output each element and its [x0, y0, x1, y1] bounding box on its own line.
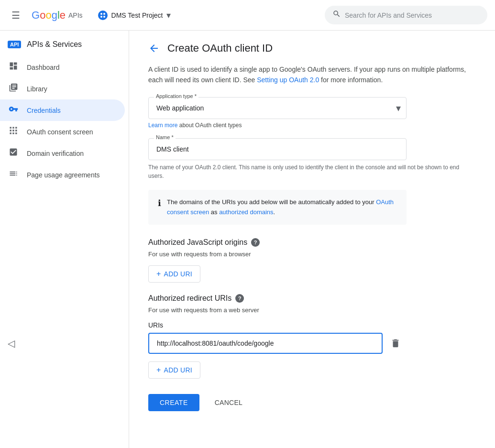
- sidebar-header: API APIs & Services: [0, 34, 129, 56]
- plus-icon: +: [156, 270, 161, 278]
- name-input-wrapper: Name *: [148, 138, 407, 160]
- delete-uri-button[interactable]: [386, 334, 405, 352]
- content-area: Create OAuth client ID A client ID is us…: [129, 31, 495, 448]
- sidebar-item-dashboard[interactable]: Dashboard: [0, 56, 125, 78]
- search-icon: [332, 10, 341, 21]
- action-buttons: CREATE CANCEL: [148, 394, 476, 411]
- authorized-domains-link[interactable]: authorized domains: [219, 208, 273, 216]
- oauth-icon: [8, 126, 19, 138]
- chevron-down-icon: ▾: [166, 10, 171, 21]
- sidebar-title: APIs & Services: [27, 40, 82, 49]
- name-field: Name * The name of your OAuth 2.0 client…: [148, 138, 476, 180]
- redirect-uris-desc: For use with requests from a web server: [148, 306, 476, 314]
- google-logo-o1: o: [40, 9, 45, 21]
- sidebar-item-library[interactable]: Library: [0, 78, 125, 99]
- search-bar[interactable]: Search for APIs and Services: [325, 6, 487, 24]
- google-logo-g: G: [32, 9, 40, 21]
- sidebar-item-label: Dashboard: [27, 64, 60, 71]
- uri-input-row: [148, 333, 476, 354]
- credentials-icon: [8, 104, 19, 116]
- uris-section: URIs: [148, 321, 476, 354]
- add-uri-label: ADD URI: [164, 270, 192, 278]
- redirect-uris-help-icon[interactable]: ?: [235, 294, 244, 303]
- apis-label: APIs: [68, 11, 83, 19]
- add-uri-label: ADD URI: [164, 366, 192, 374]
- sidebar-item-label: Page usage agreements: [27, 171, 100, 179]
- sidebar-item-label: Library: [27, 85, 47, 93]
- svg-point-2: [100, 16, 102, 18]
- page-description: A client ID is used to identify a single…: [148, 64, 476, 86]
- sidebar-collapse-icon[interactable]: ◁: [8, 338, 15, 349]
- sidebar-item-label: Domain verification: [27, 150, 84, 157]
- info-icon: ℹ: [158, 198, 161, 208]
- logo: Google APIs: [32, 9, 83, 22]
- main-layout: API APIs & Services Dashboard Library Cr…: [0, 31, 495, 448]
- js-origins-title: Authorized JavaScript origins: [148, 238, 247, 247]
- project-avatar: [98, 11, 108, 20]
- app-type-select-wrapper: Application type * Web application ▾: [148, 97, 407, 119]
- page-title: Create OAuth client ID: [167, 42, 273, 55]
- setup-oauth-link[interactable]: Setting up OAuth 2.0: [257, 76, 319, 84]
- info-box: ℹ The domains of the URIs you add below …: [148, 190, 407, 225]
- redirect-uris-title: Authorized redirect URIs: [148, 294, 231, 303]
- sidebar-item-label: OAuth consent screen: [27, 128, 93, 136]
- sidebar-item-label: Credentials: [27, 107, 61, 114]
- search-placeholder: Search for APIs and Services: [345, 11, 432, 19]
- name-input[interactable]: [148, 138, 407, 160]
- google-logo-o2: o: [45, 9, 51, 21]
- domain-icon: [8, 147, 19, 159]
- js-origins-help-icon[interactable]: ?: [251, 238, 260, 247]
- sidebar: API APIs & Services Dashboard Library Cr…: [0, 31, 129, 448]
- cancel-button[interactable]: CANCEL: [207, 394, 250, 411]
- uri-input[interactable]: [148, 333, 383, 354]
- library-icon: [8, 83, 19, 95]
- topbar: ☰ Google APIs DMS Test Project ▾ Search …: [0, 0, 495, 31]
- google-logo-g2: g: [52, 9, 57, 21]
- redirect-uris-header: Authorized redirect URIs ?: [148, 294, 476, 303]
- js-origins-desc: For use with requests from a browser: [148, 251, 476, 258]
- svg-point-0: [100, 13, 102, 15]
- menu-icon[interactable]: ☰: [8, 6, 24, 25]
- project-name: DMS Test Project: [111, 11, 163, 19]
- info-text: The domains of the URIs you add below wi…: [167, 197, 397, 218]
- app-type-select[interactable]: Web application: [148, 97, 407, 119]
- sidebar-item-page-usage[interactable]: Page usage agreements: [0, 164, 125, 186]
- learn-more-link[interactable]: Learn more: [148, 122, 177, 129]
- api-badge: API: [8, 41, 21, 48]
- dashboard-icon: [8, 61, 19, 73]
- learn-more-text: Learn more about OAuth client types: [148, 122, 476, 129]
- svg-point-3: [103, 16, 105, 18]
- create-button[interactable]: CREATE: [148, 394, 199, 411]
- sidebar-item-domain-verification[interactable]: Domain verification: [0, 142, 125, 164]
- app-type-field: Application type * Web application ▾ Lea…: [148, 97, 476, 129]
- plus-icon: +: [156, 366, 161, 374]
- sidebar-item-credentials[interactable]: Credentials: [0, 99, 125, 121]
- back-button[interactable]: [148, 43, 160, 54]
- uris-label: URIs: [148, 321, 476, 329]
- sidebar-item-oauth-consent[interactable]: OAuth consent screen: [0, 121, 125, 142]
- name-label: Name *: [154, 134, 176, 140]
- name-hint: The name of your OAuth 2.0 client. This …: [148, 163, 476, 180]
- js-origins-header: Authorized JavaScript origins ?: [148, 238, 476, 247]
- redirect-add-uri-button[interactable]: + ADD URI: [148, 361, 200, 379]
- project-selector[interactable]: DMS Test Project ▾: [94, 8, 175, 22]
- svg-point-1: [103, 13, 105, 15]
- app-type-label: Application type *: [154, 93, 198, 99]
- js-origins-add-uri-button[interactable]: + ADD URI: [148, 265, 200, 283]
- page-usage-icon: [8, 169, 19, 181]
- page-header: Create OAuth client ID: [148, 42, 476, 55]
- google-logo-e: e: [60, 9, 66, 21]
